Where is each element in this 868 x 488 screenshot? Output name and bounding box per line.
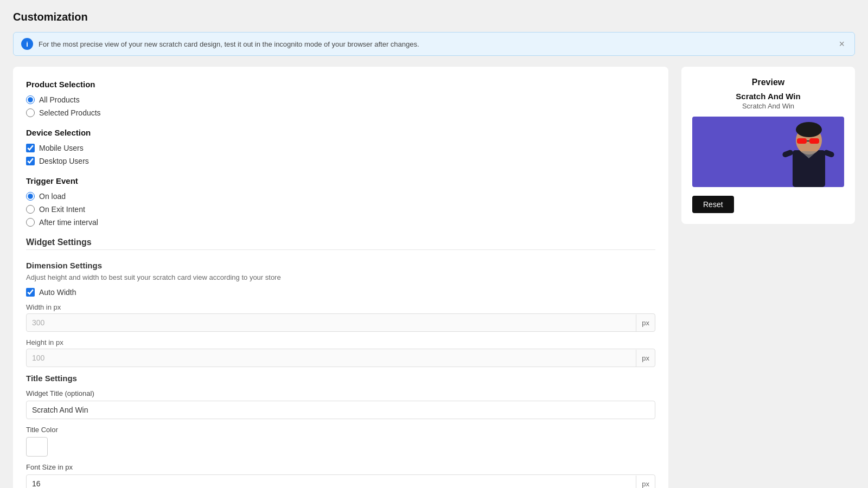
all-products-label: All Products bbox=[39, 95, 80, 104]
title-settings-title: Title Settings bbox=[26, 374, 655, 383]
font-size-wrapper: px bbox=[26, 474, 655, 488]
svg-rect-3 bbox=[797, 138, 807, 144]
banner-close-button[interactable]: × bbox=[837, 38, 847, 50]
width-input[interactable] bbox=[27, 314, 636, 331]
device-selection-group: Mobile Users Desktop Users bbox=[26, 144, 655, 165]
widget-settings-title: Widget Settings bbox=[26, 237, 655, 247]
width-input-wrapper: px bbox=[26, 313, 655, 332]
section-divider bbox=[26, 249, 655, 250]
all-products-option[interactable]: All Products bbox=[26, 95, 655, 104]
dimension-settings-title: Dimension Settings bbox=[26, 261, 655, 270]
on-exit-intent-label: On Exit Intent bbox=[39, 205, 85, 214]
device-selection-section: Device Selection Mobile Users Desktop Us… bbox=[26, 128, 655, 165]
main-layout: Product Selection All Products Selected … bbox=[13, 67, 855, 488]
reset-button[interactable]: Reset bbox=[692, 196, 734, 213]
height-input[interactable] bbox=[27, 349, 636, 367]
preview-image bbox=[692, 117, 844, 187]
preview-card-subtitle: Scratch And Win bbox=[692, 102, 844, 110]
font-size-px-label: px bbox=[636, 476, 655, 489]
desktop-users-option[interactable]: Desktop Users bbox=[26, 157, 655, 165]
preview-panel: Preview Scratch And Win Scratch And Win bbox=[681, 67, 855, 224]
on-load-option[interactable]: On load bbox=[26, 192, 655, 201]
preview-card-title: Scratch And Win bbox=[692, 92, 844, 101]
svg-point-2 bbox=[796, 122, 822, 137]
font-size-input[interactable] bbox=[27, 475, 636, 488]
desktop-users-label: Desktop Users bbox=[39, 157, 89, 165]
dimension-settings-section: Dimension Settings Adjust height and wid… bbox=[26, 261, 655, 367]
auto-width-label: Auto Width bbox=[39, 288, 76, 297]
widget-title-label: Widget Title (optional) bbox=[26, 389, 655, 397]
device-selection-title: Device Selection bbox=[26, 128, 655, 137]
mobile-users-option[interactable]: Mobile Users bbox=[26, 144, 655, 152]
mobile-users-checkbox[interactable] bbox=[26, 144, 35, 152]
font-size-label: Font Size in px bbox=[26, 463, 655, 471]
svg-rect-6 bbox=[782, 149, 794, 158]
selected-products-option[interactable]: Selected Products bbox=[26, 108, 655, 117]
product-selection-group: All Products Selected Products bbox=[26, 95, 655, 117]
after-time-interval-label: After time interval bbox=[39, 218, 98, 227]
width-px-label: px bbox=[636, 314, 655, 331]
info-icon: i bbox=[21, 38, 33, 50]
height-label: Height in px bbox=[26, 338, 655, 346]
auto-width-checkbox[interactable] bbox=[26, 288, 35, 297]
on-exit-intent-option[interactable]: On Exit Intent bbox=[26, 205, 655, 214]
width-label: Width in px bbox=[26, 303, 655, 311]
page-title: Customization bbox=[13, 11, 855, 23]
selected-products-label: Selected Products bbox=[39, 108, 101, 117]
svg-rect-4 bbox=[809, 138, 819, 144]
widget-title-input[interactable] bbox=[26, 401, 655, 419]
height-input-wrapper: px bbox=[26, 349, 655, 367]
preview-title: Preview bbox=[692, 78, 844, 87]
info-banner: i For the most precise view of your new … bbox=[13, 32, 855, 56]
after-time-interval-radio[interactable] bbox=[26, 218, 35, 227]
banner-text: For the most precise view of your new sc… bbox=[39, 40, 831, 48]
height-px-label: px bbox=[636, 350, 655, 367]
settings-panel: Product Selection All Products Selected … bbox=[13, 67, 668, 488]
character-svg bbox=[779, 118, 839, 187]
all-products-radio[interactable] bbox=[26, 95, 35, 104]
desktop-users-checkbox[interactable] bbox=[26, 157, 35, 165]
trigger-event-title: Trigger Event bbox=[26, 176, 655, 185]
auto-width-option[interactable]: Auto Width bbox=[26, 288, 655, 297]
trigger-event-group: On load On Exit Intent After time interv… bbox=[26, 192, 655, 227]
title-color-swatch[interactable] bbox=[26, 437, 48, 457]
title-settings-section: Title Settings Widget Title (optional) T… bbox=[26, 374, 655, 488]
on-load-label: On load bbox=[39, 192, 66, 201]
product-selection-title: Product Selection bbox=[26, 80, 655, 89]
widget-settings-section: Widget Settings bbox=[26, 237, 655, 250]
on-load-radio[interactable] bbox=[26, 192, 35, 201]
mobile-users-label: Mobile Users bbox=[39, 144, 84, 152]
trigger-event-section: Trigger Event On load On Exit Intent Aft… bbox=[26, 176, 655, 227]
dimension-description: Adjust height and width to best suit you… bbox=[26, 273, 655, 281]
after-time-interval-option[interactable]: After time interval bbox=[26, 218, 655, 227]
on-exit-intent-radio[interactable] bbox=[26, 205, 35, 214]
selected-products-radio[interactable] bbox=[26, 108, 35, 117]
product-selection-section: Product Selection All Products Selected … bbox=[26, 80, 655, 117]
title-color-label: Title Color bbox=[26, 426, 655, 434]
